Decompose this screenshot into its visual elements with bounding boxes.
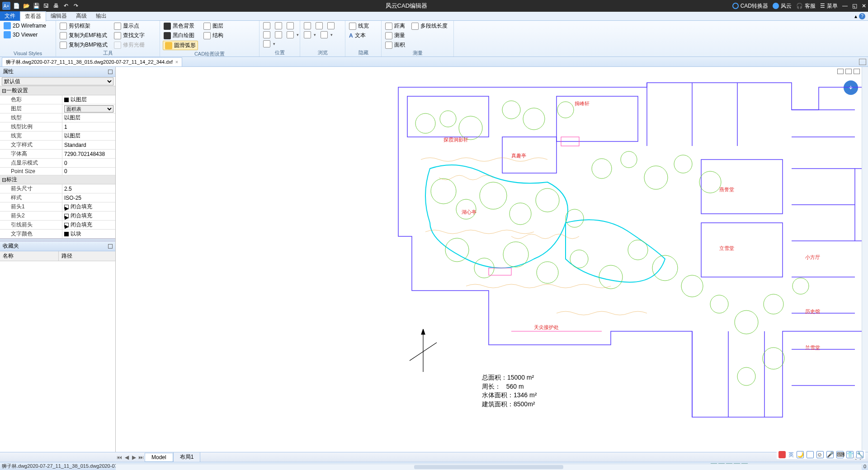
btn-polyline-length[interactable]: 多段线长度 bbox=[410, 22, 448, 30]
document-tab[interactable]: 狮子林.dwg2020-07-27_11_11_38_015.dwg2020-0… bbox=[2, 57, 182, 66]
prop-row-ptsize[interactable]: Point Size0 bbox=[0, 168, 115, 175]
btn-area[interactable]: 面积 bbox=[384, 41, 406, 49]
ime-emoji-icon[interactable]: ☺ bbox=[816, 451, 824, 458]
pin-icon[interactable] bbox=[108, 70, 113, 74]
brand-link[interactable]: 风云 bbox=[773, 2, 792, 10]
print-icon[interactable]: 🖶 bbox=[52, 1, 61, 10]
nav-icon-6[interactable]: ▾ bbox=[286, 31, 300, 39]
tab-nav-last[interactable]: ⏭ bbox=[137, 454, 145, 461]
prop-row-arrow1[interactable]: 箭头1▶闭合填充 bbox=[0, 202, 115, 212]
pin-icon-fav[interactable] bbox=[108, 244, 113, 249]
tab-viewer[interactable]: 查看器 bbox=[20, 11, 46, 22]
nav-icon-5[interactable] bbox=[274, 31, 283, 39]
btn-show-point[interactable]: 显示点 bbox=[113, 22, 146, 30]
prop-row-arrowsize[interactable]: 箭头尺寸2.5 bbox=[0, 184, 115, 193]
ime-tool-icon[interactable]: 🔧 bbox=[856, 451, 863, 458]
close-icon[interactable]: ✕ bbox=[862, 3, 866, 9]
prop-row-textstyle[interactable]: 文字样式Standard bbox=[0, 141, 115, 150]
canvas-restore-icon[interactable] bbox=[845, 69, 852, 74]
prop-row-color[interactable]: 色彩以图层 bbox=[0, 95, 115, 104]
btn-bw-draw[interactable]: 黑白绘图 bbox=[163, 31, 198, 40]
support-link[interactable]: 🎧客服 bbox=[796, 2, 816, 10]
prop-row-textheight[interactable]: 字体高7290.702148438 bbox=[0, 150, 115, 159]
section-general[interactable]: ⊟一般设置 bbox=[0, 86, 115, 95]
maximize-icon[interactable]: ◱ bbox=[852, 3, 857, 9]
btn-measure[interactable]: 测量 bbox=[384, 31, 406, 40]
canvas-min-icon[interactable] bbox=[837, 69, 844, 74]
tab-editor[interactable]: 编辑器 bbox=[46, 11, 71, 21]
open-icon[interactable]: 📂 bbox=[22, 1, 31, 10]
browse-icon-5[interactable]: ▾ bbox=[320, 31, 334, 39]
btn-copy-emf[interactable]: 复制为EMF格式 bbox=[59, 31, 108, 40]
prop-row-arrow2[interactable]: 箭头2▶闭合填充 bbox=[0, 212, 115, 221]
minimize-icon[interactable]: — bbox=[842, 3, 848, 9]
tab-nav-prev[interactable]: ◀ bbox=[123, 454, 130, 461]
app-icon[interactable]: A+ bbox=[2, 1, 11, 10]
sogou-icon[interactable] bbox=[778, 451, 786, 458]
saveall-icon[interactable]: 🖫 bbox=[42, 1, 51, 10]
restore-window-icon[interactable] bbox=[859, 59, 866, 65]
ime-mic-icon[interactable]: 🎤 bbox=[826, 451, 834, 458]
vertical-scrollbar[interactable] bbox=[862, 67, 868, 452]
prop-row-linetype[interactable]: 线型以图层 bbox=[0, 113, 115, 122]
prop-row-lineweight[interactable]: 线宽以图层 bbox=[0, 132, 115, 141]
fav-col-name: 名称 bbox=[0, 251, 59, 261]
ribbon-help[interactable]: ▴? bbox=[852, 13, 868, 19]
btn-find-text[interactable]: 查找文字 bbox=[113, 31, 146, 40]
btn-layer[interactable]: 图层 bbox=[203, 22, 224, 30]
new-icon[interactable]: 📄 bbox=[12, 1, 21, 10]
document-tab-label: 狮子林.dwg2020-07-27_11_11_38_015.dwg2020-0… bbox=[6, 59, 173, 66]
prop-row-ltscale[interactable]: 线型比例1 bbox=[0, 122, 115, 132]
btn-hide-text[interactable]: A文本 bbox=[348, 31, 370, 40]
ime-lang[interactable]: 英 bbox=[788, 451, 794, 458]
nav-icon-2[interactable] bbox=[274, 22, 283, 30]
horizontal-scrollbar[interactable] bbox=[116, 464, 862, 470]
prop-row-leader[interactable]: 引线箭头▶闭合填充 bbox=[0, 221, 115, 230]
btn-black-bg[interactable]: 黑色背景 bbox=[163, 22, 198, 30]
prop-row-textcolor[interactable]: 文字颜色以块 bbox=[0, 230, 115, 239]
tab-layout1[interactable]: 布局1 bbox=[173, 452, 201, 462]
ime-punct-icon[interactable] bbox=[807, 451, 814, 458]
btn-distance[interactable]: 距离 bbox=[384, 22, 406, 30]
redo-icon[interactable]: ↷ bbox=[71, 1, 80, 10]
section-dimension[interactable]: ⊟标注 bbox=[0, 175, 115, 184]
svg-text:揖峰轩: 揖峰轩 bbox=[575, 101, 590, 106]
undo-icon[interactable]: ↶ bbox=[61, 1, 71, 10]
browse-icon-3[interactable] bbox=[326, 22, 335, 30]
browse-icon-4[interactable]: ▾ bbox=[303, 31, 317, 39]
btn-copy-bmp[interactable]: 复制为BMP格式 bbox=[59, 41, 108, 49]
canvas[interactable]: ✦ bbox=[116, 67, 868, 452]
visual-2d-wireframe[interactable]: 2D Wireframe bbox=[3, 22, 47, 30]
browse-icon-1[interactable] bbox=[303, 22, 312, 30]
prop-row-style[interactable]: 样式ISO-25 bbox=[0, 193, 115, 202]
tab-output[interactable]: 输出 bbox=[91, 11, 111, 21]
canvas-close-icon[interactable] bbox=[854, 69, 860, 74]
prop-row-ptmode[interactable]: 点显示模式0 bbox=[0, 159, 115, 168]
menu-link[interactable]: ☰菜单 bbox=[820, 2, 838, 10]
tab-file[interactable]: 文件 bbox=[0, 11, 20, 21]
tab-nav-next[interactable]: ▶ bbox=[130, 454, 137, 461]
browse-icon-2[interactable] bbox=[315, 22, 324, 30]
cad-converter-link[interactable]: CAD转换器 bbox=[732, 2, 768, 10]
btn-clip-frame[interactable]: 剪切框架 bbox=[59, 22, 108, 30]
nav-icon-4[interactable] bbox=[262, 31, 271, 39]
btn-hide-linewidth[interactable]: 线宽 bbox=[348, 22, 370, 30]
tab-advanced[interactable]: 高级 bbox=[71, 11, 91, 21]
nav-icon-3[interactable] bbox=[286, 22, 295, 30]
ime-skin-icon[interactable]: 👕 bbox=[846, 451, 854, 458]
visual-3d-viewer[interactable]: 3D Viewer bbox=[3, 31, 47, 39]
tab-model[interactable]: Model bbox=[145, 453, 173, 462]
tab-nav-first[interactable]: ⏮ bbox=[116, 454, 123, 461]
btn-smooth-arc[interactable]: 圆滑弧形 bbox=[163, 41, 198, 50]
layer-select[interactable]: 面积表 bbox=[64, 105, 113, 113]
ime-moon-icon[interactable]: 🌙 bbox=[797, 451, 804, 458]
nav-icon-1[interactable] bbox=[262, 22, 271, 30]
prop-row-layer[interactable]: 图层面积表 bbox=[0, 104, 115, 113]
help-icon[interactable]: ? bbox=[859, 13, 865, 19]
tab-close-icon[interactable]: × bbox=[175, 59, 178, 65]
ime-keyboard-icon[interactable]: ⌨ bbox=[836, 451, 844, 458]
btn-structure[interactable]: 结构 bbox=[203, 31, 224, 40]
save-icon[interactable]: 💾 bbox=[32, 1, 41, 10]
properties-category-select[interactable]: 默认值 bbox=[2, 77, 113, 85]
nav-icon-7[interactable]: ▾ bbox=[262, 40, 276, 48]
